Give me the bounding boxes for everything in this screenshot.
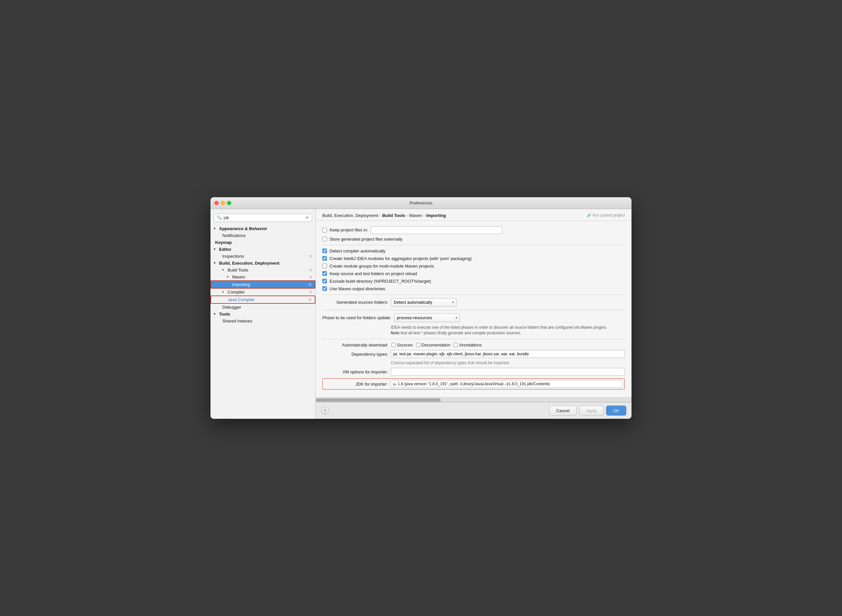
maximize-button[interactable] <box>227 201 231 205</box>
breadcrumb-sep-2: › <box>407 213 408 218</box>
idea-note: IDEA needs to execute one of the listed … <box>391 325 625 336</box>
exclude-build-dir-checkbox[interactable] <box>322 279 327 283</box>
sidebar-item-label: Keymap <box>215 240 232 245</box>
sidebar-item-label: Editor <box>219 247 232 252</box>
sources-label: Sources <box>397 343 413 348</box>
triangle-icon: ▾ <box>214 261 217 265</box>
ok-button[interactable]: OK <box>606 406 626 415</box>
search-input[interactable]: jdk <box>224 215 303 220</box>
sidebar-item-debugger[interactable]: Debugger <box>210 304 315 311</box>
vm-options-input[interactable] <box>391 368 625 376</box>
sidebar-item-label: Appearance & Behavior <box>219 226 267 231</box>
close-button[interactable] <box>215 201 219 205</box>
detect-compiler-label: Detect compiler automatically <box>329 248 385 254</box>
traffic-lights <box>215 201 231 205</box>
minimize-button[interactable] <box>221 201 225 205</box>
breadcrumb-part-2: Build Tools <box>382 213 405 218</box>
scrollbar-thumb[interactable] <box>316 398 441 402</box>
phase-update-row: Phase to be used for folders update: pro… <box>322 314 625 322</box>
phase-update-select[interactable]: process-resources generate-sources gener… <box>394 314 460 322</box>
store-generated-checkbox[interactable] <box>322 237 327 241</box>
create-modules-label: Create IntelliJ IDEA modules for aggrega… <box>329 256 472 261</box>
main-panel: Build, Execution, Deployment › Build Too… <box>316 209 632 419</box>
create-modules-row: Create IntelliJ IDEA modules for aggrega… <box>322 256 625 261</box>
auto-download-row: Automatically download: Sources Document… <box>322 343 625 348</box>
documentation-label: Documentation <box>422 343 450 348</box>
store-generated-row: Store generated project files externally <box>322 237 625 242</box>
triangle-icon: ▾ <box>214 227 217 230</box>
keep-project-files-checkbox[interactable] <box>322 228 327 232</box>
copy-icon: ⧉ <box>310 275 312 279</box>
copy-icon: ⧉ <box>310 254 312 258</box>
breadcrumb-part-3: Maven <box>409 213 422 218</box>
keep-source-folders-checkbox[interactable] <box>322 271 327 276</box>
horizontal-scrollbar[interactable] <box>316 397 632 402</box>
sidebar-item-java-compiler[interactable]: Java Compiler ⧉ <box>210 296 315 304</box>
triangle-icon: ▾ <box>222 268 226 271</box>
sources-checkbox[interactable] <box>391 343 396 347</box>
main-content-area: 🔍 jdk ✕ ▾ Appearance & Behavior Notifica… <box>210 209 632 419</box>
main-header: Build, Execution, Deployment › Build Too… <box>316 209 632 221</box>
sidebar-item-label: Notifications <box>222 233 246 238</box>
triangle-icon: ▾ <box>227 275 230 279</box>
clear-search-button[interactable]: ✕ <box>305 215 309 220</box>
phase-update-select-wrap: process-resources generate-sources gener… <box>394 314 460 322</box>
generated-sources-select[interactable]: Detect automatically Generated sources r… <box>391 298 457 307</box>
exclude-build-dir-row: Exclude build directory (%PROJECT_ROOT%/… <box>322 279 625 284</box>
breadcrumb-sep-1: › <box>379 213 381 218</box>
sidebar-item-label: Build, Execution, Deployment <box>219 261 279 265</box>
titlebar: Preferences <box>210 197 632 209</box>
sidebar-item-notifications[interactable]: Notifications <box>210 232 315 239</box>
copy-icon: ⧉ <box>310 268 312 272</box>
cancel-button[interactable]: Cancel <box>549 406 576 415</box>
sidebar-item-importing[interactable]: Importing ⧉ <box>210 280 315 289</box>
generated-sources-row: Generated sources folders: Detect automa… <box>322 298 625 307</box>
create-modules-checkbox[interactable] <box>322 256 327 261</box>
sidebar-item-shared-indexes[interactable]: Shared Indexes <box>210 318 315 324</box>
sidebar-item-compiler[interactable]: ▾ Compiler ⧉ <box>210 289 315 296</box>
sidebar-item-inspections[interactable]: Inspections ⧉ <box>210 253 315 260</box>
sidebar-item-editor[interactable]: ▾ Editor <box>210 246 315 253</box>
keep-project-files-input[interactable] <box>371 226 502 234</box>
breadcrumb-part-1: Build, Execution, Deployment <box>322 213 378 218</box>
copy-icon: ⧉ <box>310 290 312 294</box>
sidebar-item-tools[interactable]: ▾ Tools <box>210 311 315 318</box>
dependency-types-input[interactable] <box>391 350 625 358</box>
documentation-checkbox-wrap: Documentation <box>416 343 450 348</box>
use-maven-output-row: Use Maven output directories <box>322 286 625 291</box>
sidebar-item-label: Inspections <box>222 254 244 259</box>
dependency-types-row: Dependency types: <box>322 350 625 358</box>
annotations-checkbox[interactable] <box>454 343 458 347</box>
footer: ? Cancel Apply OK <box>316 402 632 419</box>
breadcrumb-sep-3: › <box>423 213 425 218</box>
store-generated-label: Store generated project files externally <box>329 237 403 242</box>
annotations-label: Annotations <box>459 343 482 348</box>
help-button[interactable]: ? <box>321 406 329 415</box>
for-current-project[interactable]: 🔗 For current project <box>587 213 625 218</box>
generated-sources-select-wrap: Detect automatically Generated sources r… <box>391 298 457 307</box>
apply-button[interactable]: Apply <box>579 406 604 415</box>
footer-left: ? <box>321 406 329 415</box>
documentation-checkbox[interactable] <box>416 343 420 347</box>
sidebar-item-keymap[interactable]: Keymap <box>210 239 315 246</box>
sidebar-item-label: Debugger <box>222 305 241 309</box>
settings-content: Keep project files in: Store generated p… <box>316 221 632 398</box>
folder-icon: 🗂 <box>393 382 396 386</box>
annotations-checkbox-wrap: Annotations <box>454 343 482 348</box>
sidebar-item-build-exec-deploy[interactable]: ▾ Build, Execution, Deployment <box>210 260 315 267</box>
footer-right: Cancel Apply OK <box>549 406 626 415</box>
search-icon: 🔍 <box>217 215 222 220</box>
create-module-groups-checkbox[interactable] <box>322 264 327 268</box>
use-maven-output-checkbox[interactable] <box>322 286 327 291</box>
sidebar-item-maven[interactable]: ▾ Maven ⧉ <box>210 273 315 280</box>
sidebar-item-build-tools[interactable]: ▾ Build Tools ⧉ <box>210 267 315 273</box>
copy-icon: ⧉ <box>309 298 312 302</box>
search-box[interactable]: 🔍 jdk ✕ <box>214 214 312 222</box>
breadcrumb: Build, Execution, Deployment › Build Too… <box>322 213 446 218</box>
detect-compiler-checkbox[interactable] <box>322 248 327 253</box>
sidebar-item-label: Build Tools <box>228 268 248 273</box>
jdk-importer-value[interactable]: 🗂 1.8 (java version "1.8.0_191", path: /… <box>391 380 623 388</box>
sidebar-item-appearance-behavior[interactable]: ▾ Appearance & Behavior <box>210 225 315 232</box>
sidebar-item-label: Importing <box>232 282 250 287</box>
keep-source-folders-label: Keep source and test folders on project … <box>329 271 417 276</box>
